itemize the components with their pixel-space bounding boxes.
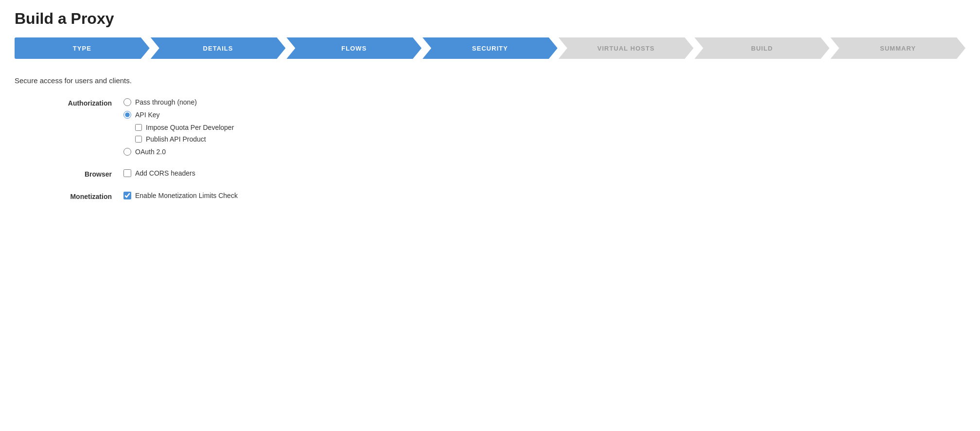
- step-type[interactable]: TYPE: [15, 37, 150, 59]
- auth-api-key-option[interactable]: API Key: [123, 111, 234, 119]
- cors-headers-option[interactable]: Add CORS headers: [123, 169, 195, 177]
- cors-headers-checkbox[interactable]: [123, 169, 131, 177]
- stepper: TYPEDETAILSFLOWSSECURITYVIRTUAL HOSTSBUI…: [15, 37, 965, 59]
- authorization-content: Pass through (none) API Key Impose Quota…: [123, 98, 234, 156]
- page-description: Secure access for users and clients.: [15, 76, 965, 85]
- browser-content: Add CORS headers: [123, 169, 195, 178]
- step-summary[interactable]: SUMMARY: [830, 37, 965, 59]
- auth-oauth-radio[interactable]: [123, 148, 131, 156]
- step-security[interactable]: SECURITY: [422, 37, 558, 59]
- auth-oauth-option[interactable]: OAuth 2.0: [123, 148, 234, 156]
- publish-api-product-label: Publish API Product: [146, 135, 206, 143]
- monetization-limits-checkbox[interactable]: [123, 192, 131, 199]
- cors-headers-label: Add CORS headers: [135, 169, 195, 177]
- auth-pass-through-option[interactable]: Pass through (none): [123, 98, 234, 106]
- monetization-limits-label: Enable Monetization Limits Check: [135, 192, 238, 199]
- step-build[interactable]: BUILD: [695, 37, 830, 59]
- step-flows[interactable]: FLOWS: [286, 37, 421, 59]
- monetization-label: Monetization: [44, 192, 112, 200]
- authorization-label: Authorization: [44, 98, 112, 156]
- api-key-sub-options: Impose Quota Per Developer Publish API P…: [123, 124, 234, 143]
- publish-api-product-checkbox[interactable]: [135, 136, 142, 143]
- monetization-content: Enable Monetization Limits Check: [123, 192, 238, 200]
- impose-quota-option[interactable]: Impose Quota Per Developer: [135, 124, 234, 131]
- auth-api-key-label: API Key: [135, 111, 160, 119]
- step-details[interactable]: DETAILS: [151, 37, 286, 59]
- auth-pass-through-radio[interactable]: [123, 98, 131, 106]
- auth-pass-through-label: Pass through (none): [135, 98, 197, 106]
- browser-section: Browser Add CORS headers: [15, 169, 965, 178]
- auth-oauth-label: OAuth 2.0: [135, 148, 166, 156]
- page-title: Build a Proxy: [15, 10, 965, 28]
- monetization-limits-option[interactable]: Enable Monetization Limits Check: [123, 192, 238, 199]
- step-virtual-hosts[interactable]: VIRTUAL HOSTS: [559, 37, 694, 59]
- authorization-section: Authorization Pass through (none) API Ke…: [15, 98, 965, 156]
- auth-api-key-radio[interactable]: [123, 111, 131, 119]
- impose-quota-checkbox[interactable]: [135, 124, 142, 131]
- browser-label: Browser: [44, 169, 112, 178]
- monetization-section: Monetization Enable Monetization Limits …: [15, 192, 965, 200]
- publish-api-product-option[interactable]: Publish API Product: [135, 135, 234, 143]
- impose-quota-label: Impose Quota Per Developer: [146, 124, 234, 131]
